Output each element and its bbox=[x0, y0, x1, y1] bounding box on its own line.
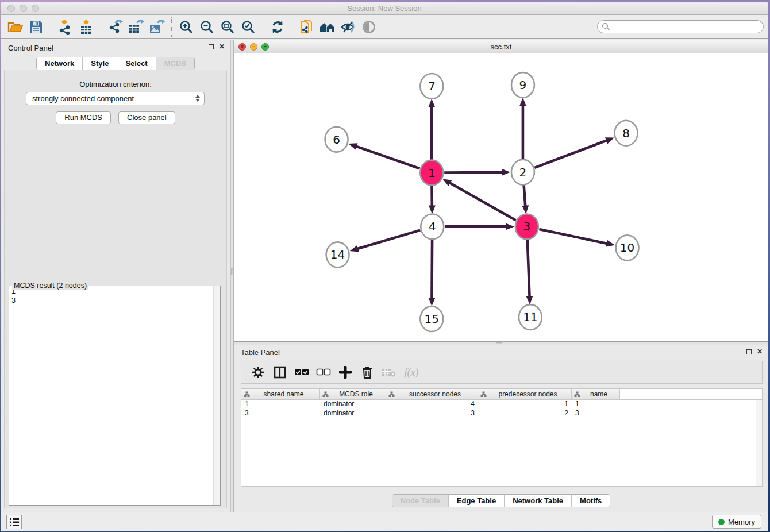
run-mcds-button[interactable]: Run MCDS bbox=[56, 111, 111, 124]
table-row[interactable]: 3dominator323 bbox=[241, 409, 762, 418]
edge-3-11[interactable] bbox=[528, 239, 530, 296]
delete-row-button[interactable] bbox=[357, 364, 377, 381]
table-cell[interactable]: 1 bbox=[478, 400, 572, 409]
table-settings-button[interactable] bbox=[248, 364, 268, 381]
network-frame-title: scc.txt bbox=[234, 43, 768, 51]
mcds-result-list[interactable]: 13 bbox=[9, 286, 213, 505]
table-tab-edge-table[interactable]: Edge Table bbox=[449, 495, 505, 507]
dropdown-arrows-icon bbox=[195, 95, 200, 102]
column-label: MCDS role bbox=[329, 390, 383, 398]
gear-icon bbox=[252, 366, 264, 379]
new-network-from-selection-button[interactable] bbox=[297, 17, 317, 37]
search-field[interactable] bbox=[597, 20, 764, 33]
eye-gray-icon bbox=[361, 20, 376, 34]
splitter-handle[interactable] bbox=[231, 268, 233, 275]
edge-4-14[interactable] bbox=[357, 230, 420, 249]
plus-icon bbox=[339, 366, 352, 379]
table-panel-header: Table Panel ✕ bbox=[234, 345, 768, 360]
export-network-button[interactable] bbox=[105, 17, 126, 37]
float-panel-icon[interactable] bbox=[746, 349, 752, 354]
table-cell[interactable]: 1 bbox=[572, 400, 620, 409]
tab-select[interactable]: Select bbox=[117, 57, 156, 70]
toolbar-separator bbox=[101, 17, 101, 37]
toolbar-separator bbox=[263, 17, 263, 37]
edge-2-3[interactable] bbox=[524, 184, 526, 206]
table-tab-motifs[interactable]: Motifs bbox=[572, 495, 610, 507]
network-graph[interactable]: 7968124314101511 bbox=[234, 54, 768, 341]
edge-1-6[interactable] bbox=[356, 147, 419, 169]
unselect-all-icon bbox=[316, 368, 331, 376]
selected-criterion: strongly connected component bbox=[32, 94, 134, 103]
close-panel-icon[interactable]: ✕ bbox=[219, 44, 225, 49]
table-scrollbar[interactable] bbox=[756, 400, 762, 486]
export-image-button[interactable] bbox=[147, 17, 167, 37]
table-tab-node-table[interactable]: Node Table bbox=[392, 495, 449, 507]
node-label-1: 1 bbox=[428, 166, 436, 180]
tab-mcds[interactable]: MCDS bbox=[156, 57, 194, 70]
import-table-icon bbox=[79, 19, 94, 35]
task-history-button[interactable] bbox=[6, 515, 22, 529]
column-header-name[interactable]: name bbox=[572, 389, 620, 399]
save-session-button[interactable] bbox=[26, 17, 47, 37]
zoom-selected-button[interactable] bbox=[238, 17, 259, 37]
import-network-button[interactable] bbox=[55, 17, 76, 37]
close-panel-icon[interactable]: ✕ bbox=[757, 349, 763, 354]
export-network-icon bbox=[107, 19, 124, 35]
table-cell[interactable]: dominator bbox=[320, 400, 386, 409]
column-label: name bbox=[580, 390, 617, 398]
edge-3-10[interactable] bbox=[539, 229, 607, 244]
table-cell[interactable]: 2 bbox=[478, 409, 572, 418]
tab-network[interactable]: Network bbox=[37, 57, 83, 70]
table-cell[interactable]: 4 bbox=[386, 400, 478, 409]
edge-4-15[interactable] bbox=[432, 239, 432, 298]
zoom-fit-button[interactable] bbox=[217, 17, 238, 37]
edge-1-2[interactable] bbox=[444, 172, 502, 173]
close-panel-button[interactable]: Close panel bbox=[118, 111, 175, 124]
delete-table-icon bbox=[382, 367, 396, 377]
zoom-out-button[interactable] bbox=[197, 17, 217, 37]
tab-style[interactable]: Style bbox=[83, 57, 117, 70]
network-canvas[interactable]: 7968124314101511 bbox=[234, 54, 768, 341]
search-input[interactable] bbox=[610, 23, 759, 31]
table-cell[interactable]: 1 bbox=[241, 400, 320, 409]
memory-button[interactable]: Memory bbox=[712, 515, 761, 529]
unselect-all-button[interactable] bbox=[314, 364, 333, 381]
table-tab-network-table[interactable]: Network Table bbox=[505, 495, 572, 507]
add-row-button[interactable] bbox=[336, 364, 355, 381]
optimization-criterion-select[interactable]: strongly connected component bbox=[26, 92, 205, 105]
refresh-layout-button[interactable] bbox=[267, 17, 288, 37]
table-cell[interactable]: 3 bbox=[241, 409, 320, 418]
column-header-MCDS-role[interactable]: MCDS role bbox=[320, 389, 386, 399]
column-header-predecessor-nodes[interactable]: predecessor nodes bbox=[478, 389, 572, 399]
hide-selected-button[interactable] bbox=[338, 17, 359, 37]
column-header-successor-nodes[interactable]: successor nodes bbox=[386, 389, 478, 399]
column-type-icon bbox=[480, 391, 487, 398]
zoom-in-button[interactable] bbox=[176, 17, 197, 37]
splitter-handle[interactable] bbox=[496, 342, 502, 344]
open-session-button[interactable] bbox=[5, 17, 26, 37]
table-cell[interactable]: dominator bbox=[320, 409, 386, 418]
edge-2-8[interactable] bbox=[534, 140, 606, 167]
fx-icon: f(x) bbox=[403, 367, 419, 379]
select-all-button[interactable] bbox=[292, 364, 311, 381]
table-cell[interactable]: 3 bbox=[572, 409, 620, 418]
columns-icon bbox=[273, 365, 287, 379]
mcds-result-scrollbar[interactable] bbox=[213, 286, 220, 505]
column-type-icon bbox=[322, 391, 329, 398]
edge-3-1[interactable] bbox=[450, 183, 516, 220]
show-columns-button[interactable] bbox=[270, 364, 290, 381]
table-row[interactable]: 1dominator411 bbox=[241, 400, 762, 409]
column-header-shared-name[interactable]: shared name bbox=[241, 389, 320, 399]
first-neighbors-button[interactable] bbox=[317, 17, 338, 37]
right-region: x − + scc.txt 7968124314101511 bbox=[234, 40, 768, 512]
export-table-button[interactable] bbox=[126, 17, 147, 37]
float-panel-icon[interactable] bbox=[209, 44, 214, 49]
show-graphics-details-button[interactable] bbox=[359, 17, 379, 37]
import-table-button[interactable] bbox=[76, 17, 97, 37]
table-cell[interactable]: 3 bbox=[386, 409, 478, 418]
node-label-3: 3 bbox=[523, 219, 531, 233]
column-type-icon bbox=[244, 391, 250, 398]
delete-table-button[interactable] bbox=[379, 364, 399, 381]
function-builder-button[interactable]: f(x) bbox=[401, 364, 421, 381]
window-title: Session: New Session bbox=[1, 4, 768, 13]
